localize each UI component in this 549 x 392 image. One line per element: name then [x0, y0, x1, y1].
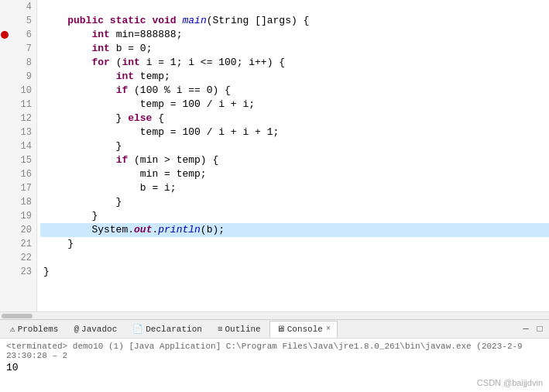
tab-outline-label: Outline: [225, 325, 261, 334]
code-line-21: }: [40, 237, 549, 251]
code-line-18: }: [40, 195, 549, 209]
code-line-17: b = i;: [40, 181, 549, 195]
line-num: 9: [14, 70, 32, 84]
console-area: <terminated> demo10 (1) [Java Applicatio…: [0, 338, 549, 392]
horizontal-scrollbar[interactable]: [0, 311, 549, 319]
code-line-10: if (100 % i == 0) {: [40, 84, 549, 98]
code-line-20: System.out.println(b);: [40, 223, 549, 237]
tab-javadoc-label: Javadoc: [81, 325, 117, 334]
line-num: 18: [14, 195, 32, 209]
code-line-5: public static void main(String []args) {: [40, 14, 549, 28]
code-line-19: }: [40, 209, 549, 223]
outline-icon: ≡: [218, 325, 223, 334]
code-line-7: int b = 0;: [40, 42, 549, 56]
tab-declaration[interactable]: 📄 Declaration: [125, 321, 209, 338]
line-num: 4: [14, 0, 32, 14]
tab-actions: — □: [520, 323, 546, 335]
problems-icon: ⚠: [10, 324, 15, 334]
line-num: 14: [14, 139, 32, 153]
code-line-22: [40, 251, 549, 265]
breakpoint-gutter: [0, 0, 9, 311]
line-num: 17: [14, 181, 32, 195]
code-line-23: }: [40, 265, 549, 279]
line-num: 16: [14, 167, 32, 181]
code-line-4: [40, 0, 549, 14]
line-num: 6: [14, 28, 32, 42]
code-line-13: temp = 100 / i + i + 1;: [40, 126, 549, 139]
scrollbar-thumb[interactable]: [2, 314, 33, 318]
line-num: 11: [14, 98, 32, 112]
tab-outline[interactable]: ≡ Outline: [211, 321, 268, 338]
code-line-8: for (int i = 1; i <= 100; i++) {: [40, 56, 549, 70]
line-num: 10: [14, 84, 32, 98]
console-terminated-header: <terminated> demo10 (1) [Java Applicatio…: [6, 342, 543, 360]
breakpoint-marker[interactable]: [1, 31, 9, 39]
javadoc-icon: @: [74, 325, 79, 334]
code-line-15: if (min > temp) {: [40, 153, 549, 167]
tab-declaration-label: Declaration: [146, 325, 202, 334]
line-num: 5: [14, 14, 32, 28]
tab-console-label: Console: [287, 325, 323, 334]
code-editor: 4 5 6 7 8 9 10 11 12 13 14 15 16 17 18 1…: [0, 0, 549, 319]
minimize-button[interactable]: —: [520, 323, 532, 335]
code-line-12: } else {: [40, 112, 549, 126]
code-line-11: temp = 100 / i + i;: [40, 98, 549, 112]
code-line-9: int temp;: [40, 70, 549, 84]
tab-console[interactable]: 🖥 Console ×: [269, 321, 338, 338]
line-num: 20: [14, 223, 32, 237]
tab-problems[interactable]: ⚠ Problems: [3, 321, 65, 338]
code-line-16: min = temp;: [40, 167, 549, 181]
code-line-14: }: [40, 139, 549, 153]
console-output: 10: [6, 362, 543, 373]
declaration-icon: 📄: [132, 324, 143, 334]
console-icon: 🖥: [276, 324, 285, 334]
line-num: 15: [14, 153, 32, 167]
line-num: 21: [14, 237, 32, 251]
bottom-tab-bar: ⚠ Problems @ Javadoc 📄 Declaration ≡ Out…: [0, 319, 549, 338]
line-num: 7: [14, 42, 32, 56]
line-num: 13: [14, 126, 32, 139]
line-num: 12: [14, 112, 32, 126]
tab-javadoc[interactable]: @ Javadoc: [67, 321, 124, 338]
maximize-button[interactable]: □: [534, 323, 546, 335]
code-content[interactable]: public static void main(String []args) {…: [37, 0, 549, 311]
code-line-6: int min=888888;: [40, 28, 549, 42]
line-num: 22: [14, 251, 32, 265]
line-num: 19: [14, 209, 32, 223]
console-tab-close[interactable]: ×: [326, 325, 331, 333]
watermark-text: CSDN @baijjdvin: [477, 378, 543, 387]
line-numbers: 4 5 6 7 8 9 10 11 12 13 14 15 16 17 18 1…: [9, 0, 37, 311]
line-num: 23: [14, 265, 32, 279]
tab-problems-label: Problems: [18, 325, 59, 334]
line-num: 8: [14, 56, 32, 70]
